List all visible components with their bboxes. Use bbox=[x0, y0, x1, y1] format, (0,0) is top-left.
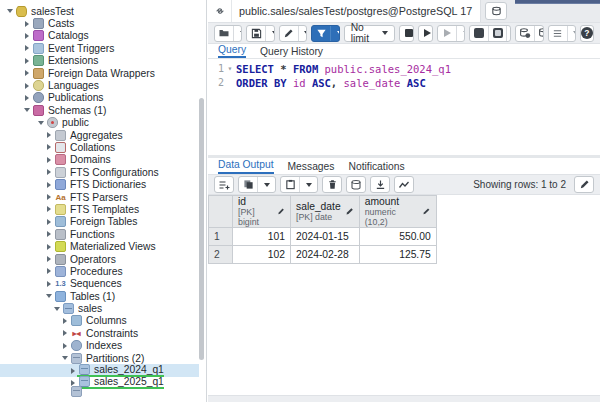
tree-item-publications[interactable]: Publications bbox=[0, 92, 199, 104]
tree-item-partitions-2-[interactable]: Partitions (2) bbox=[0, 352, 199, 364]
row-number-cell[interactable]: 2 bbox=[209, 246, 233, 264]
tree-item-fts-dictionaries[interactable]: FTS Dictionaries bbox=[0, 178, 199, 190]
chevron-down-icon[interactable] bbox=[44, 294, 53, 298]
chevron-right-icon[interactable] bbox=[44, 281, 53, 287]
chevron-right-icon[interactable] bbox=[44, 144, 53, 150]
chevron-right-icon[interactable] bbox=[44, 256, 53, 262]
paste-options-chevron[interactable] bbox=[299, 177, 317, 192]
edit-options-chevron[interactable] bbox=[298, 26, 307, 41]
execute-button[interactable] bbox=[419, 26, 433, 41]
paste-button[interactable] bbox=[281, 177, 299, 192]
copy-button[interactable] bbox=[239, 177, 257, 192]
save-file-button[interactable] bbox=[247, 26, 265, 41]
macros-button[interactable] bbox=[549, 26, 567, 41]
tree-item-aggregates[interactable]: Aggregates bbox=[0, 129, 199, 141]
tree-item-materialized-views[interactable]: Materialized Views bbox=[0, 240, 199, 252]
pencil-icon[interactable] bbox=[277, 207, 285, 216]
tree-item-fts-parsers[interactable]: AaFTS Parsers bbox=[0, 191, 199, 203]
tree-item-sales-2024-q1[interactable]: sales_2024_q1 bbox=[0, 364, 199, 376]
filter-button[interactable] bbox=[312, 26, 330, 41]
rollback-button[interactable] bbox=[534, 26, 543, 41]
explain-options-chevron[interactable] bbox=[506, 26, 511, 41]
tree-item-partial[interactable] bbox=[0, 389, 199, 393]
explain-analyze-button[interactable] bbox=[488, 26, 506, 41]
tree-item-sequences[interactable]: 1.3Sequences bbox=[0, 278, 199, 290]
tree-item-catalogs[interactable]: Catalogs bbox=[0, 30, 199, 42]
cell-sale_date[interactable]: 2024-01-15 bbox=[291, 228, 360, 246]
fold-chevron-icon[interactable]: ▾ bbox=[224, 62, 236, 76]
tree-item-fts-configurations[interactable]: FTS Configurations bbox=[0, 166, 199, 178]
column-header-id[interactable]: id[PK] bigint bbox=[233, 196, 291, 228]
chevron-right-icon[interactable] bbox=[44, 244, 53, 250]
chevron-right-icon[interactable] bbox=[44, 206, 53, 212]
delete-row-button[interactable] bbox=[323, 177, 341, 192]
tree-item-extensions[interactable]: Extensions bbox=[0, 55, 199, 67]
graph-visualiser-button[interactable] bbox=[395, 177, 413, 192]
help-button[interactable]: ? bbox=[580, 25, 594, 42]
table-row[interactable]: 21022024-02-28125.75 bbox=[209, 246, 437, 264]
chevron-right-icon[interactable] bbox=[44, 132, 53, 138]
tree-item-functions[interactable]: Functions bbox=[0, 228, 199, 240]
editor-line[interactable]: 2ORDER BY id ASC, sale_date ASC bbox=[208, 76, 600, 90]
chevron-right-icon[interactable] bbox=[44, 157, 53, 163]
tree-item-columns[interactable]: Columns bbox=[0, 315, 199, 327]
chevron-right-icon[interactable] bbox=[44, 169, 53, 175]
chevron-right-icon[interactable] bbox=[44, 231, 53, 237]
edit-button[interactable] bbox=[280, 26, 298, 41]
tree-item-casts[interactable]: Casts bbox=[0, 17, 199, 29]
open-file-options-chevron[interactable] bbox=[233, 26, 242, 41]
row-number-cell[interactable]: 1 bbox=[209, 228, 233, 246]
new-query-tool-button[interactable] bbox=[485, 2, 507, 20]
tree-item-sales[interactable]: sales bbox=[0, 302, 199, 314]
chevron-right-icon[interactable] bbox=[22, 70, 31, 76]
chevron-right-icon[interactable] bbox=[60, 343, 69, 349]
tab-data-output[interactable]: Data Output bbox=[218, 159, 274, 174]
chevron-right-icon[interactable] bbox=[44, 182, 53, 188]
tab-messages[interactable]: Messages bbox=[288, 161, 335, 174]
open-file-button[interactable] bbox=[215, 26, 233, 41]
tree-item-procedures[interactable]: Procedures bbox=[0, 265, 199, 277]
filter-options-chevron[interactable] bbox=[330, 26, 339, 41]
pencil-icon[interactable] bbox=[422, 207, 430, 216]
tree-item-languages[interactable]: Languages bbox=[0, 79, 199, 91]
add-row-button[interactable] bbox=[215, 177, 233, 192]
download-results-button[interactable] bbox=[371, 177, 389, 192]
tree-item-salestest[interactable]: salesTest bbox=[0, 5, 199, 17]
chevron-right-icon[interactable] bbox=[22, 45, 31, 51]
chevron-right-icon[interactable] bbox=[68, 368, 77, 374]
tree-item-public[interactable]: public bbox=[0, 117, 199, 129]
grid-corner-cell[interactable] bbox=[209, 196, 233, 228]
connection-tab[interactable]: public.sales/salesTest/postgres@PostgreS… bbox=[208, 0, 481, 22]
sidebar-scrollbar[interactable] bbox=[199, 0, 204, 402]
chevron-down-icon[interactable] bbox=[52, 307, 61, 311]
row-limit-select[interactable]: No limit bbox=[344, 25, 395, 42]
column-header-amount[interactable]: amountnumeric (10,2) bbox=[359, 196, 436, 228]
explain-button[interactable] bbox=[470, 26, 488, 41]
edit-rows-button[interactable] bbox=[575, 177, 593, 192]
editor-line[interactable]: 1▾SELECT * FROM public.sales_2024_q1 bbox=[208, 62, 600, 76]
cancel-query-button[interactable] bbox=[400, 26, 414, 41]
tree-item-operators[interactable]: Operators bbox=[0, 253, 199, 265]
tree-item-event-triggers[interactable]: Event Triggers bbox=[0, 42, 199, 54]
tab-query-history[interactable]: Query History bbox=[260, 46, 323, 58]
chevron-right-icon[interactable] bbox=[44, 268, 53, 274]
tree-item-indexes[interactable]: Indexes bbox=[0, 340, 199, 352]
chevron-right-icon[interactable] bbox=[22, 21, 31, 27]
chevron-right-icon[interactable] bbox=[60, 318, 69, 324]
execute-options-chevron[interactable] bbox=[456, 26, 465, 41]
save-data-button[interactable] bbox=[347, 177, 365, 192]
chevron-right-icon[interactable] bbox=[22, 95, 31, 101]
tree-item-foreign-tables[interactable]: Foreign Tables bbox=[0, 216, 199, 228]
tree-item-domains[interactable]: Domains bbox=[0, 154, 199, 166]
table-row[interactable]: 11012024-01-15550.00 bbox=[209, 228, 437, 246]
pencil-icon[interactable] bbox=[345, 207, 354, 216]
cell-id[interactable]: 102 bbox=[233, 246, 291, 264]
chevron-down-icon[interactable] bbox=[5, 9, 14, 13]
tab-notifications[interactable]: Notifications bbox=[348, 161, 404, 174]
chevron-right-icon[interactable] bbox=[22, 33, 31, 39]
column-header-sale_date[interactable]: sale_date[PK] date bbox=[291, 196, 360, 228]
sql-editor[interactable]: 1▾SELECT * FROM public.sales_2024_q12ORD… bbox=[208, 59, 600, 155]
sidebar-scrollbar-thumb[interactable] bbox=[199, 98, 204, 360]
chevron-right-icon[interactable] bbox=[44, 194, 53, 200]
chevron-down-icon[interactable] bbox=[22, 108, 31, 112]
